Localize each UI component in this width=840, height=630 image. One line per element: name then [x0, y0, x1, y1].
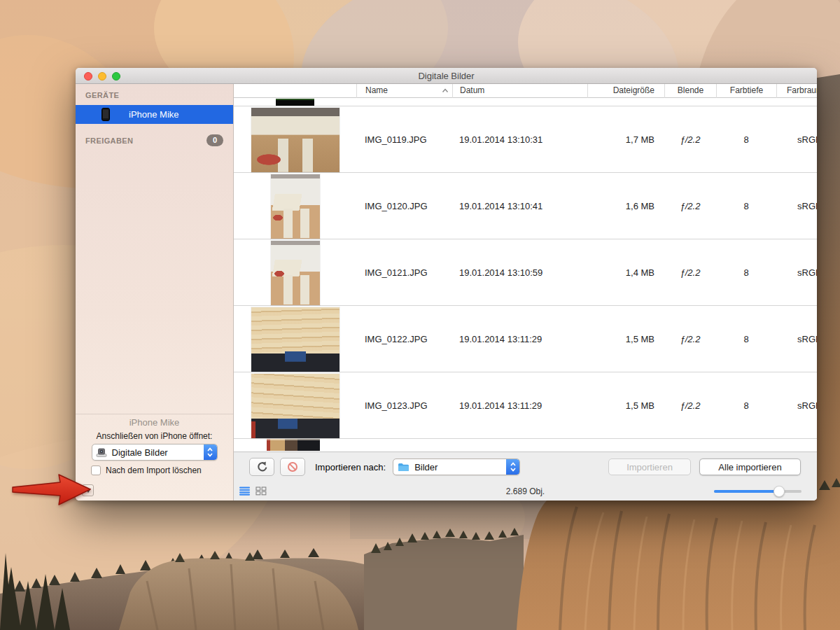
import-folder-popup-value: Bilder	[414, 462, 438, 472]
folder-icon	[398, 463, 410, 472]
file-size-cell: 1,5 MB	[587, 334, 664, 344]
file-size-cell: 1,7 MB	[587, 134, 664, 145]
file-size-cell: 1,4 MB	[587, 267, 664, 278]
table-row[interactable]: IMG_0119.JPG 19.01.2014 13:10:31 1,7 MB …	[234, 106, 817, 173]
popup-stepper-icon	[506, 459, 519, 475]
import-all-button[interactable]: Alle importieren	[699, 458, 801, 475]
photo-thumbnail	[251, 374, 340, 438]
open-app-popup-value: Digitale Bilder	[112, 447, 168, 458]
desktop: { "window": { "title": "Digitale Bilder"…	[0, 0, 840, 630]
shares-count-badge: 0	[206, 134, 223, 146]
column-header-thumbnail	[234, 84, 356, 98]
image-capture-window: Digitale Bilder GERÄTE iPhone Mike FREIG…	[76, 68, 817, 500]
file-name-cell: IMG_0122.JPG	[356, 334, 452, 344]
color-depth-cell: 8	[716, 400, 776, 411]
table-rows-area: IMG_0119.JPG 19.01.2014 13:10:31 1,7 MB …	[234, 98, 817, 451]
aperture-cell: ƒ/2.2	[664, 400, 716, 411]
column-header-farbtiefe[interactable]: Farbtiefe	[716, 84, 776, 98]
color-depth-cell: 8	[716, 201, 776, 211]
photo-thumbnail-partial	[267, 439, 320, 451]
date-cell: 19.01.2014 13:10:41	[452, 201, 587, 211]
date-cell: 19.01.2014 13:10:31	[452, 134, 587, 145]
file-name-cell: IMG_0119.JPG	[356, 134, 452, 145]
import-toolbar: Importieren nach: Bilder Importieren All…	[234, 451, 817, 482]
file-size-cell: 1,5 MB	[587, 400, 664, 411]
file-name-cell: IMG_0120.JPG	[356, 201, 452, 211]
photo-thumbnail	[251, 307, 340, 372]
slider-fill	[714, 490, 779, 493]
file-name-cell: IMG_0123.JPG	[356, 400, 452, 411]
file-size-cell: 1,6 MB	[587, 201, 664, 211]
connect-action-label: Anschließen von iPhone öffnet:	[76, 431, 233, 441]
table-rows: IMG_0119.JPG 19.01.2014 13:10:31 1,7 MB …	[234, 106, 817, 439]
sidebar-item-iphone[interactable]: iPhone Mike	[76, 105, 233, 124]
triangle-down-icon	[85, 489, 91, 493]
thumbnail-size-slider[interactable]	[714, 486, 802, 497]
delete-after-import-label: Nach dem Import löschen	[106, 465, 202, 475]
date-cell: 19.01.2014 13:11:29	[452, 400, 587, 411]
date-cell: 19.01.2014 13:10:59	[452, 267, 587, 278]
aperture-cell: ƒ/2.2	[664, 267, 716, 278]
partially-visible-row	[234, 439, 817, 451]
sort-ascending-icon	[442, 88, 449, 93]
color-space-cell: sRGB	[776, 201, 817, 211]
column-header-blende[interactable]: Blende	[664, 84, 716, 98]
window-titlebar[interactable]: Digitale Bilder	[76, 68, 817, 84]
delete-button[interactable]	[280, 458, 305, 476]
status-bar: 2.689 Obj.	[234, 482, 817, 500]
date-cell: 19.01.2014 13:11:29	[452, 334, 587, 344]
photo-thumbnail-partial	[276, 99, 314, 106]
device-settings-panel: iPhone Mike Anschließen von iPhone öffne…	[76, 414, 233, 500]
color-depth-cell: 8	[716, 267, 776, 278]
grid-view-icon[interactable]	[255, 486, 267, 496]
rotate-button[interactable]	[249, 458, 274, 476]
import-folder-popup[interactable]: Bilder	[393, 458, 520, 475]
color-space-cell: sRGB	[776, 267, 817, 278]
table-row[interactable]: IMG_0122.JPG 19.01.2014 13:11:29 1,5 MB …	[234, 306, 817, 372]
photo-thumbnail	[271, 174, 320, 239]
prohibition-icon	[287, 461, 298, 472]
color-space-cell: sRGB	[776, 400, 817, 411]
color-space-cell: sRGB	[776, 134, 817, 145]
import-button[interactable]: Importieren	[608, 458, 691, 475]
table-row[interactable]: IMG_0120.JPG 19.01.2014 13:10:41 1,6 MB …	[234, 173, 817, 239]
list-view-icon[interactable]	[239, 486, 251, 496]
disclosure-button[interactable]	[82, 484, 94, 496]
photo-thumbnail	[251, 108, 340, 172]
slider-knob[interactable]	[774, 486, 785, 497]
aperture-cell: ƒ/2.2	[664, 134, 716, 145]
table-header: Name Datum Dateigröße Blende Farbtiefe F…	[234, 84, 817, 98]
sidebar: GERÄTE iPhone Mike FREIGABEN 0 iPhone Mi…	[76, 84, 233, 500]
image-capture-app-icon	[96, 447, 107, 458]
column-header-farbraum[interactable]: Farbraum	[776, 84, 817, 98]
column-header-datum[interactable]: Datum	[452, 84, 587, 98]
shares-section-header: FREIGABEN	[85, 136, 133, 145]
color-space-cell: sRGB	[776, 334, 817, 344]
file-name-cell: IMG_0121.JPG	[356, 267, 452, 278]
table-row[interactable]: IMG_0121.JPG 19.01.2014 13:10:59 1,4 MB …	[234, 239, 817, 306]
popup-stepper-icon	[204, 444, 217, 460]
column-header-name[interactable]: Name	[356, 84, 452, 98]
photo-thumbnail	[271, 241, 320, 305]
table-row[interactable]: IMG_0123.JPG 19.01.2014 13:11:29 1,5 MB …	[234, 372, 817, 439]
devices-section-header: GERÄTE	[85, 91, 233, 99]
import-to-label: Importieren nach:	[315, 462, 386, 472]
column-header-dateigroesse[interactable]: Dateigröße	[587, 84, 664, 98]
partially-visible-row	[234, 98, 817, 106]
iphone-icon	[102, 108, 110, 121]
open-app-popup[interactable]: Digitale Bilder	[92, 444, 218, 461]
delete-after-import-checkbox[interactable]	[91, 465, 101, 475]
color-depth-cell: 8	[716, 334, 776, 344]
panel-device-title: iPhone Mike	[76, 417, 233, 428]
window-title: Digitale Bilder	[76, 68, 817, 84]
rotate-icon	[256, 461, 268, 472]
aperture-cell: ƒ/2.2	[664, 334, 716, 344]
aperture-cell: ƒ/2.2	[664, 201, 716, 211]
device-name-label: iPhone Mike	[129, 109, 179, 120]
object-count: 2.689 Obj.	[506, 486, 545, 496]
color-depth-cell: 8	[716, 134, 776, 145]
photo-list-area: Name Datum Dateigröße Blende Farbtiefe F…	[233, 84, 817, 500]
